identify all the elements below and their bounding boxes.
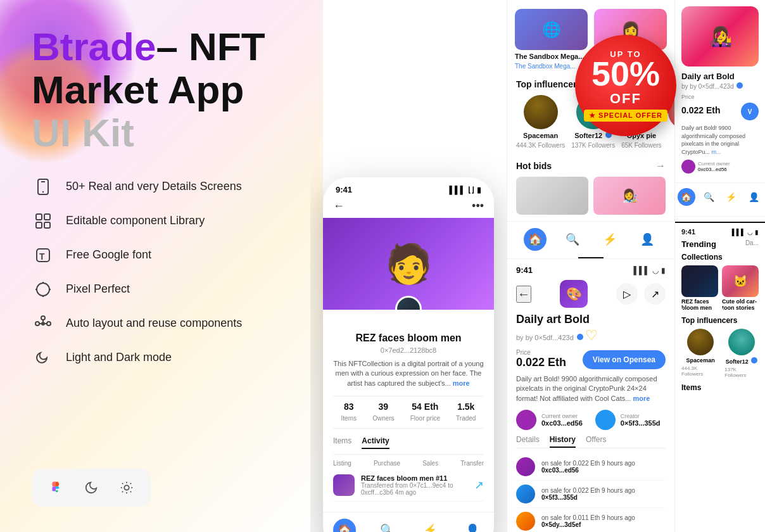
stat-traded: 1.5k Traded xyxy=(456,402,476,423)
history-text-3: on sale for 0.011 Eth 9 hours ago 0×5dy.… xyxy=(541,514,666,528)
creator-label: Creator xyxy=(621,413,661,419)
fr-nav-search[interactable]: 🔍 xyxy=(700,188,718,206)
menu-button[interactable]: ••• xyxy=(472,200,484,213)
fr-art-by: by by 0×5df...423d xyxy=(681,82,759,90)
back-button[interactable]: ← xyxy=(333,200,345,213)
figma-icon[interactable] xyxy=(44,476,67,499)
current-owner-label: Current owner xyxy=(541,413,583,419)
hot-bids-arrow[interactable]: → xyxy=(655,160,666,172)
wifi-icon: ⌊⌋ xyxy=(468,186,474,194)
activity-sub: Transferred from 0×7c1...9ec4 to 0xcff..… xyxy=(361,482,468,496)
fr-influencers-row: Spaceman 444.3K Followers Softer12 137K … xyxy=(681,329,759,378)
bnav-home[interactable]: 🏠 xyxy=(524,228,547,251)
influencer-opyx-followers: 65K Followers xyxy=(621,142,661,149)
fr-coll-title-rez: REZ faces bloom men xyxy=(681,298,718,311)
creator: Creator 0×5f3...355d xyxy=(595,410,661,430)
fr-inf-softer-verified xyxy=(751,357,757,364)
fr-influencers-label: Top influencers xyxy=(681,316,759,325)
feature-library-text: Editable component Library xyxy=(66,214,205,227)
history-text-2: on sale for 0.022 Eth 9 hours ago 0×5f3.… xyxy=(541,487,666,501)
fr-owner-addr: 0xc03...ed56 xyxy=(698,167,730,172)
phone-nft-avatar xyxy=(395,296,422,310)
current-owner-avatar xyxy=(516,410,536,430)
mr-nft-avatar: 🎨 xyxy=(560,280,588,308)
fr-view-button[interactable]: V xyxy=(741,103,759,120)
stat-floor: 54 Eth Floor price xyxy=(410,402,440,423)
bid-thumb-1 xyxy=(516,177,588,215)
history-avatar-1 xyxy=(516,457,535,476)
nodes-icon xyxy=(32,312,54,335)
svg-point-9 xyxy=(37,283,49,296)
current-owner-info: Current owner 0xc03...ed56 xyxy=(541,413,583,427)
right-bottom-nav: 🏠 🔍 ⚡ 👤 xyxy=(507,221,674,257)
fr-nav-profile[interactable]: 👤 xyxy=(745,188,762,206)
play-button[interactable]: ▷ xyxy=(616,283,638,305)
price-value: 0.022 Eth xyxy=(516,356,566,369)
fr-owner-info: Current owner 0xc03...ed56 xyxy=(698,161,730,172)
mr-wifi-icon: ◡ xyxy=(652,266,659,275)
activity-cols: Listing Purchase Sales Transfer xyxy=(333,455,484,469)
art-more-link[interactable]: more xyxy=(633,395,650,402)
feature-screens: 50+ Real and very Details Screens xyxy=(32,175,291,198)
fr-coll-title-cartoon: Cute old car- toon stories xyxy=(722,298,759,311)
nav-search-button[interactable]: 🔍 xyxy=(376,519,398,532)
stat-items: 83 Items xyxy=(341,402,357,423)
history-avatar-2 xyxy=(516,484,535,504)
stat-items-label: Items xyxy=(341,415,357,422)
bnav-profile[interactable]: 👤 xyxy=(636,228,659,251)
fr-nav-lightning[interactable]: ⚡ xyxy=(723,188,740,206)
feature-mode-text: Light and Dark mode xyxy=(66,351,172,364)
svg-point-16 xyxy=(47,322,51,326)
mr-signal-icon: ▌▌▌ xyxy=(633,266,650,275)
fr-more-link[interactable]: m... xyxy=(712,149,721,155)
phone-header: ← ••• xyxy=(323,200,494,218)
nav-lightning-button[interactable]: ⚡ xyxy=(419,519,441,532)
fr-owner-label: Current owner xyxy=(698,161,730,167)
share-button[interactable]: ↗ xyxy=(644,283,666,305)
phone-bottom-nav: 🏠 🔍 ⚡ 👤 xyxy=(323,512,494,532)
feature-font-text: Free Google font xyxy=(66,248,151,262)
far-right-panel: 👩‍🎤 Daily art Bold by by 0×5df...423d Pr… xyxy=(674,0,765,532)
nav-profile-button[interactable]: 👤 xyxy=(461,519,484,532)
battery-icon: ▮ xyxy=(477,186,481,194)
dark-mode-icon[interactable] xyxy=(80,476,103,499)
creator-info: Creator 0×5f3...355d xyxy=(621,413,661,427)
fr-nav-home[interactable]: 🏠 xyxy=(678,188,695,206)
col-sales: Sales xyxy=(422,460,438,467)
mr-battery-icon: ▮ xyxy=(661,266,666,275)
view-opensea-button[interactable]: View on Opensea xyxy=(583,350,666,369)
light-mode-icon[interactable] xyxy=(115,476,138,499)
fr-coll-img-rez xyxy=(681,265,718,297)
title-line1: Btrade– NFT xyxy=(32,25,291,68)
phone-device: 9:41 ▌▌▌ ⌊⌋ ▮ ← ••• 🧑 REZ faces bloom me… xyxy=(323,177,494,532)
tab-history[interactable]: History xyxy=(550,435,576,448)
history-item-3: on sale for 0.011 Eth 9 hours ago 0×5dy.… xyxy=(516,508,666,532)
phone-content: REZ faces bloom men 0×7ed2...2128bc8 Thi… xyxy=(323,310,494,509)
tab-items[interactable]: Items xyxy=(333,436,351,449)
stat-floor-num: 54 Eth xyxy=(410,402,440,412)
bnav-lightning[interactable]: ⚡ xyxy=(598,228,621,251)
art-description: Daily art Bold! 9900 algorithmically com… xyxy=(516,374,666,403)
bnav-search[interactable]: 🔍 xyxy=(561,228,584,251)
fr-inf-softer: Softer12 137K Followers xyxy=(724,329,759,378)
tab-details[interactable]: Details xyxy=(516,435,540,448)
nft-more-link[interactable]: more xyxy=(453,379,470,387)
fr-owner-avatar xyxy=(681,160,695,174)
nav-home-button[interactable]: 🏠 xyxy=(333,519,356,532)
col-transfer: Transfer xyxy=(460,460,484,467)
fr-price-label: Price xyxy=(681,94,759,100)
bottom-icons-row xyxy=(32,469,151,507)
tab-activity[interactable]: Activity xyxy=(362,436,389,449)
fr-coll-cartoon: 🐱 Cute old car- toon stories xyxy=(722,265,759,311)
hot-bids-row: 👩‍🎨 xyxy=(507,177,674,221)
influencer-spaceman: Spaceman 444.3K Followers xyxy=(516,95,565,149)
tab-offers[interactable]: Offers xyxy=(586,435,606,448)
history-item-2: on sale for 0.022 Eth 9 hours ago 0×5f3.… xyxy=(516,481,666,508)
creator-addr: 0×5f3...355d xyxy=(621,419,661,427)
fr-price-val: 0.022 Eth xyxy=(681,105,720,115)
mr-back-button[interactable]: ← xyxy=(516,286,531,303)
fr-inf-spaceman-followers: 444.3K Followers xyxy=(681,365,719,377)
stat-floor-label: Floor price xyxy=(410,415,440,422)
fr-coll-img-cartoon: 🐱 xyxy=(722,265,759,297)
svg-line-26 xyxy=(130,491,131,492)
